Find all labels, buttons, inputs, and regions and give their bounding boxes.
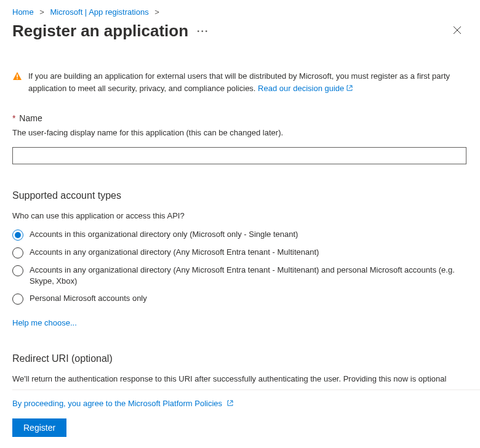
radio-icon (12, 230, 23, 241)
radio-label: Personal Microsoft accounts only (30, 293, 147, 304)
svg-rect-0 (17, 74, 18, 78)
decision-guide-link[interactable]: Read our decision guide (258, 84, 353, 93)
agree-text-prefix: By proceeding, you agree to the (12, 399, 128, 408)
account-type-option-multitenant-personal[interactable]: Accounts in any organizational directory… (12, 265, 466, 287)
account-type-option-single-tenant[interactable]: Accounts in this organizational director… (12, 229, 466, 241)
name-field-label: Name (19, 113, 42, 123)
warning-icon (12, 71, 22, 95)
svg-rect-1 (17, 78, 18, 79)
close-icon[interactable] (453, 26, 462, 36)
account-types-radio-group: Accounts in this organizational director… (12, 229, 466, 305)
form-scroll-area[interactable]: If you are building an application for e… (12, 44, 480, 390)
breadcrumb-app-registrations[interactable]: Microsoft | App registrations (50, 7, 149, 17)
footer: By proceeding, you agree to the Microsof… (12, 390, 480, 448)
chevron-right-icon: > (154, 7, 159, 17)
page-title: Register an application (12, 22, 188, 41)
radio-icon (12, 265, 23, 276)
name-input[interactable] (12, 147, 466, 164)
radio-label: Accounts in any organizational directory… (30, 247, 319, 258)
account-types-subtext: Who can use this application or access t… (12, 211, 466, 220)
required-asterisk: * (12, 113, 15, 123)
breadcrumb: Home > Microsoft | App registrations > (12, 7, 480, 17)
register-button[interactable]: Register (12, 418, 66, 437)
more-menu-icon[interactable]: ··· (197, 26, 209, 36)
chevron-right-icon: > (39, 7, 44, 17)
account-type-option-personal-only[interactable]: Personal Microsoft accounts only (12, 293, 466, 305)
external-link-icon (226, 399, 234, 409)
info-notice-text: If you are building an application for e… (28, 71, 450, 93)
help-me-choose-link[interactable]: Help me choose... (12, 318, 77, 327)
external-link-icon (346, 83, 353, 95)
platform-policies-link[interactable]: Microsoft Platform Policies (128, 399, 234, 408)
redirect-uri-desc: We'll return the authentication response… (12, 374, 466, 383)
radio-icon (12, 294, 23, 305)
radio-label: Accounts in this organizational director… (30, 229, 298, 240)
radio-label: Accounts in any organizational directory… (30, 265, 466, 287)
breadcrumb-home[interactable]: Home (12, 7, 34, 17)
redirect-uri-heading: Redirect URI (optional) (12, 353, 466, 364)
radio-icon (12, 247, 23, 258)
account-type-option-multitenant[interactable]: Accounts in any organizational directory… (12, 247, 466, 258)
info-notice: If you are building an application for e… (12, 70, 466, 95)
name-field-hint: The user-facing display name for this ap… (12, 128, 466, 137)
account-types-heading: Supported account types (12, 190, 466, 201)
